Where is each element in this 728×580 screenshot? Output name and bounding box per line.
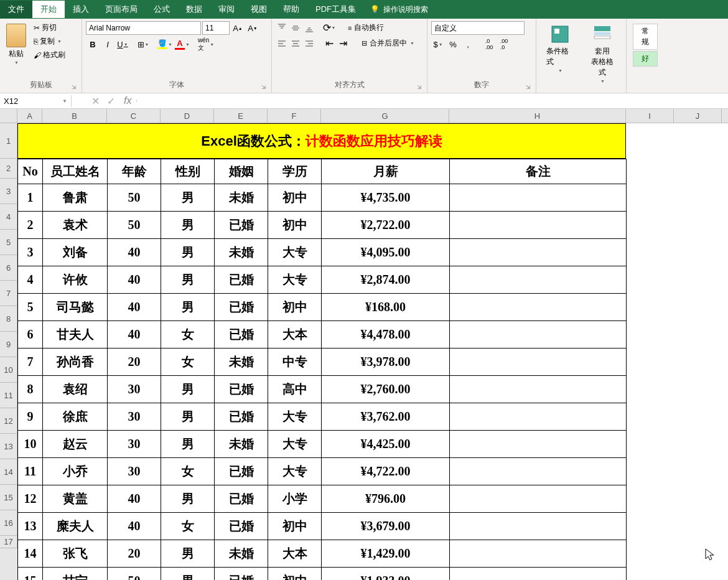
row-header-4[interactable]: 4 [0, 204, 17, 230]
table-cell[interactable]: 1 [18, 184, 43, 212]
table-cell[interactable]: 男 [161, 485, 215, 513]
table-cell[interactable] [450, 184, 627, 212]
row-header-9[interactable]: 9 [0, 332, 17, 357]
decrease-indent-button[interactable]: ⇤ [323, 38, 335, 49]
table-cell[interactable]: ¥168.00 [322, 294, 450, 321]
table-row[interactable]: 15甘宁50男已婚初中¥1,933.00 [18, 568, 627, 581]
table-cell[interactable]: 2 [18, 212, 43, 239]
table-cell[interactable]: 男 [161, 403, 215, 431]
table-cell[interactable]: 男 [161, 266, 215, 294]
table-cell[interactable]: ¥1,933.00 [322, 568, 450, 581]
copy-button[interactable]: ⎘ 复制 ▼ [31, 35, 68, 48]
table-cell[interactable]: 孙尚香 [43, 348, 108, 376]
table-header[interactable]: 性别 [161, 159, 215, 184]
align-left-button[interactable] [276, 38, 288, 49]
row-header-8[interactable]: 8 [0, 306, 17, 332]
align-center-button[interactable] [289, 38, 302, 49]
table-cell[interactable]: 已婚 [215, 376, 268, 403]
table-cell[interactable]: 男 [161, 212, 215, 239]
column-header-C[interactable]: C [107, 109, 161, 123]
table-cell[interactable]: 13 [18, 513, 43, 540]
column-header-J[interactable]: J [674, 109, 722, 123]
format-painter-button[interactable]: 🖌 格式刷 [31, 49, 68, 62]
table-row[interactable]: 8袁绍30男已婚高中¥2,760.00 [18, 376, 627, 403]
table-cell[interactable]: 女 [161, 513, 215, 540]
table-cell[interactable]: 小学 [268, 485, 322, 513]
table-cell[interactable]: 6 [18, 321, 43, 348]
table-cell[interactable] [450, 239, 627, 266]
table-cell[interactable]: 50 [108, 568, 161, 581]
table-cell[interactable]: 大专 [268, 458, 322, 485]
tab-data[interactable]: 数据 [178, 1, 210, 18]
font-name-select[interactable] [86, 21, 201, 35]
table-cell[interactable]: ¥4,722.00 [322, 458, 450, 485]
tab-view[interactable]: 视图 [243, 1, 275, 18]
row-header-6[interactable]: 6 [0, 255, 17, 281]
table-cell[interactable]: 甘宁 [43, 568, 108, 581]
table-row[interactable]: 5司马懿40男已婚初中¥168.00 [18, 294, 627, 321]
row-header-16[interactable]: 16 [0, 510, 17, 536]
table-cell[interactable]: 初中 [268, 184, 322, 212]
table-cell[interactable]: 大专 [268, 403, 322, 431]
table-cell[interactable] [450, 294, 627, 321]
tab-layout[interactable]: 页面布局 [97, 1, 146, 18]
table-row[interactable]: 10赵云30男未婚大专¥4,425.00 [18, 431, 627, 458]
borders-button[interactable]: ⊞▼ [136, 37, 150, 51]
table-cell[interactable]: 未婚 [215, 184, 268, 212]
row-header-17[interactable]: 17 [0, 536, 17, 548]
table-cell[interactable]: 男 [161, 239, 215, 266]
table-row[interactable]: 14张飞20男未婚大本¥1,429.00 [18, 540, 627, 568]
tab-review[interactable]: 审阅 [210, 1, 243, 18]
merge-center-button[interactable]: ⊟ 合并后居中 ▼ [359, 37, 417, 50]
table-cell[interactable]: 12 [18, 485, 43, 513]
decrease-font-button[interactable]: A▼ [246, 21, 259, 35]
font-size-select[interactable] [202, 21, 230, 35]
table-cell[interactable]: 鲁肃 [43, 184, 108, 212]
table-row[interactable]: 1鲁肃50男未婚初中¥4,735.00 [18, 184, 627, 212]
align-top-button[interactable] [276, 22, 288, 34]
table-cell[interactable] [450, 540, 627, 568]
table-cell[interactable]: 未婚 [215, 431, 268, 458]
table-cell[interactable]: 30 [108, 431, 161, 458]
table-cell[interactable]: 大本 [268, 540, 322, 568]
table-cell[interactable] [450, 212, 627, 239]
table-header[interactable]: No [18, 159, 43, 184]
row-header-12[interactable]: 12 [0, 408, 17, 434]
table-cell[interactable]: 50 [108, 212, 161, 239]
align-middle-button[interactable] [289, 22, 302, 34]
table-cell[interactable]: 7 [18, 348, 43, 376]
table-cell[interactable]: 30 [108, 376, 161, 403]
table-cell[interactable]: ¥4,095.00 [322, 239, 450, 266]
table-header[interactable]: 学历 [268, 159, 322, 184]
table-row[interactable]: 3刘备40男未婚大专¥4,095.00 [18, 239, 627, 266]
table-cell[interactable]: 袁术 [43, 212, 108, 239]
table-cell[interactable]: ¥1,429.00 [322, 540, 450, 568]
table-cell[interactable]: 50 [108, 184, 161, 212]
table-cell[interactable]: 男 [161, 431, 215, 458]
table-cell[interactable]: ¥2,874.00 [322, 266, 450, 294]
row-header-10[interactable]: 10 [0, 357, 17, 383]
table-cell[interactable]: 14 [18, 540, 43, 568]
table-cell[interactable]: 40 [108, 513, 161, 540]
table-cell[interactable]: ¥2,722.00 [322, 212, 450, 239]
table-cell[interactable]: 20 [108, 348, 161, 376]
table-cell[interactable] [450, 513, 627, 540]
table-row[interactable]: 9徐庶30男已婚大专¥3,762.00 [18, 403, 627, 431]
table-cell[interactable]: 40 [108, 239, 161, 266]
column-header-G[interactable]: G [321, 109, 449, 123]
column-header-B[interactable]: B [42, 109, 107, 123]
table-cell[interactable]: 10 [18, 431, 43, 458]
table-cell[interactable]: ¥796.00 [322, 485, 450, 513]
table-cell[interactable]: 初中 [268, 513, 322, 540]
increase-indent-button[interactable]: ⇥ [337, 38, 349, 49]
table-row[interactable]: 11小乔30女已婚大专¥4,722.00 [18, 458, 627, 485]
table-cell[interactable]: ¥4,735.00 [322, 184, 450, 212]
table-cell[interactable]: ¥2,760.00 [322, 376, 450, 403]
table-cell[interactable]: 8 [18, 376, 43, 403]
table-cell[interactable]: 20 [108, 540, 161, 568]
table-cell[interactable]: 40 [108, 321, 161, 348]
column-header-E[interactable]: E [214, 109, 268, 123]
table-cell[interactable]: 40 [108, 485, 161, 513]
font-color-button[interactable]: A ▼ [174, 37, 190, 51]
table-cell[interactable]: 糜夫人 [43, 513, 108, 540]
